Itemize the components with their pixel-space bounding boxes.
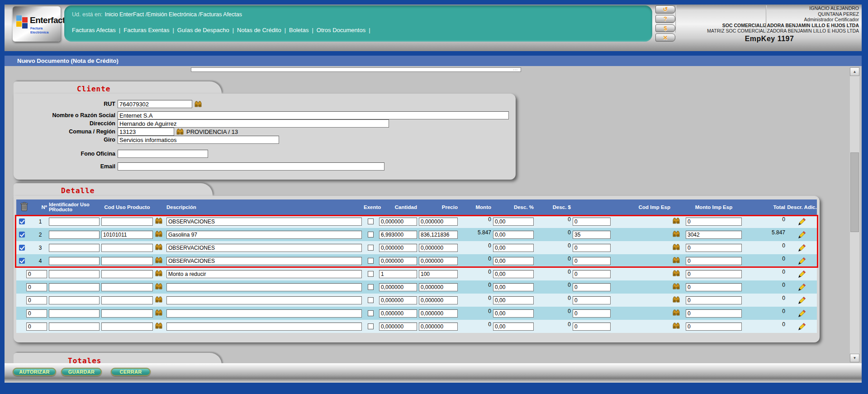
scroll-down-button[interactable]: ▼	[850, 354, 859, 362]
nav-item-notas-de-cr-dito[interactable]: Notas de Crédito	[237, 27, 281, 33]
desc-pct-input[interactable]	[493, 309, 534, 318]
field-input-direcci-n[interactable]	[118, 119, 389, 128]
field-input-giro[interactable]	[118, 136, 279, 144]
cod-imp-esp-input[interactable]	[573, 257, 611, 265]
exento-checkbox[interactable]	[368, 297, 374, 303]
exento-checkbox[interactable]	[368, 218, 374, 224]
cod-uso-producto-input[interactable]	[101, 244, 153, 252]
identificador-input[interactable]	[49, 231, 100, 239]
cantidad-input[interactable]	[379, 309, 417, 318]
exento-checkbox[interactable]	[368, 323, 374, 329]
desc-pct-input[interactable]	[493, 244, 534, 252]
monto-imp-esp-input[interactable]	[686, 296, 742, 304]
binoculars-icon[interactable]	[155, 270, 163, 276]
row-number-input[interactable]	[26, 283, 47, 291]
identificador-input[interactable]	[49, 218, 100, 226]
descripcion-input[interactable]	[166, 296, 362, 304]
desc-pct-input[interactable]	[493, 296, 534, 304]
scroll-up-button[interactable]: ▲	[850, 67, 859, 76]
precio-input[interactable]	[419, 257, 458, 265]
cod-imp-esp-input[interactable]	[573, 244, 611, 252]
cod-uso-producto-input[interactable]	[101, 323, 153, 331]
precio-input[interactable]	[419, 309, 458, 318]
binoculars-icon[interactable]	[155, 323, 163, 329]
pencil-icon[interactable]	[797, 256, 807, 266]
monto-imp-esp-input[interactable]	[686, 309, 742, 318]
nav-item-facturas-afectas[interactable]: Facturas Afectas	[72, 27, 116, 33]
pencil-icon[interactable]	[797, 217, 807, 227]
precio-input[interactable]	[419, 231, 458, 239]
binoculars-icon[interactable]	[194, 101, 202, 107]
row-number-input[interactable]	[26, 296, 47, 304]
cod-imp-esp-input[interactable]	[573, 323, 611, 331]
field-input-fono-oficina[interactable]	[118, 150, 208, 158]
monto-imp-esp-input[interactable]	[686, 244, 742, 252]
cantidad-input[interactable]	[379, 231, 417, 239]
cantidad-input[interactable]	[379, 244, 417, 252]
binoculars-icon[interactable]	[176, 128, 184, 135]
row-number-input[interactable]	[26, 270, 47, 278]
autorizar-button[interactable]: AUTORIZAR	[13, 368, 56, 376]
guardar-button[interactable]: GUARDAR	[61, 368, 102, 376]
cod-uso-producto-input[interactable]	[101, 309, 153, 318]
cod-imp-esp-input[interactable]	[573, 283, 611, 291]
descripcion-input[interactable]	[166, 323, 362, 331]
pencil-icon[interactable]	[797, 269, 807, 279]
binoculars-icon[interactable]	[672, 283, 680, 290]
cantidad-input[interactable]	[379, 323, 417, 331]
nav-item-boletas[interactable]: Boletas	[289, 27, 308, 33]
binoculars-icon[interactable]	[155, 309, 163, 316]
monto-imp-esp-input[interactable]	[686, 257, 742, 265]
monto-imp-esp-input[interactable]	[686, 283, 742, 291]
exento-checkbox[interactable]	[368, 310, 374, 316]
field-input-email[interactable]	[118, 162, 384, 171]
identificador-input[interactable]	[49, 296, 100, 304]
binoculars-icon[interactable]	[672, 231, 680, 237]
binoculars-icon[interactable]	[155, 283, 163, 290]
binoculars-icon[interactable]	[155, 244, 163, 250]
binoculars-icon[interactable]	[672, 270, 680, 276]
precio-input[interactable]	[419, 323, 458, 331]
clipped-dropdown[interactable]: ...	[191, 67, 521, 72]
exento-checkbox[interactable]	[368, 232, 374, 237]
cod-uso-producto-input[interactable]	[101, 296, 153, 304]
descripcion-input[interactable]	[166, 218, 362, 226]
cod-uso-producto-input[interactable]	[101, 231, 153, 239]
cantidad-input[interactable]	[379, 283, 417, 291]
delete-rows-header[interactable]	[16, 202, 32, 212]
binoculars-icon[interactable]	[672, 296, 680, 303]
exento-checkbox[interactable]	[368, 258, 374, 264]
cantidad-input[interactable]	[379, 296, 417, 304]
monto-imp-esp-input[interactable]	[686, 218, 742, 226]
close-button[interactable]: ✕	[655, 33, 675, 42]
cod-uso-producto-input[interactable]	[101, 218, 153, 226]
descripcion-input[interactable]	[166, 309, 362, 318]
binoculars-icon[interactable]	[672, 257, 680, 263]
monto-imp-esp-input[interactable]	[686, 270, 742, 278]
identificador-input[interactable]	[49, 283, 100, 291]
identificador-input[interactable]	[49, 309, 100, 318]
pencil-icon[interactable]	[797, 309, 807, 318]
identificador-input[interactable]	[49, 257, 100, 265]
descripcion-input[interactable]	[166, 270, 362, 278]
cod-imp-esp-input[interactable]	[573, 309, 611, 318]
desc-pct-input[interactable]	[493, 257, 534, 265]
exento-checkbox[interactable]	[368, 284, 374, 290]
desc-pct-input[interactable]	[493, 218, 534, 226]
cantidad-input[interactable]	[379, 270, 417, 278]
desc-pct-input[interactable]	[493, 323, 534, 331]
binoculars-icon[interactable]	[155, 296, 163, 303]
row-select-checkbox[interactable]	[19, 258, 25, 264]
desc-pct-input[interactable]	[493, 283, 534, 291]
monto-imp-esp-input[interactable]	[686, 323, 742, 331]
vertical-scrollbar[interactable]: ▲ ▼	[850, 67, 859, 362]
identificador-input[interactable]	[49, 244, 100, 252]
precio-input[interactable]	[419, 270, 458, 278]
row-number-input[interactable]	[26, 323, 47, 331]
pencil-icon[interactable]	[797, 230, 807, 240]
cantidad-input[interactable]	[379, 218, 417, 226]
cod-imp-esp-input[interactable]	[573, 296, 611, 304]
help-button[interactable]: ?	[655, 15, 675, 23]
nav-item-gu-as-de-despacho[interactable]: Guías de Despacho	[177, 27, 229, 33]
nav-item-facturas-exentas[interactable]: Facturas Exentas	[123, 27, 169, 33]
